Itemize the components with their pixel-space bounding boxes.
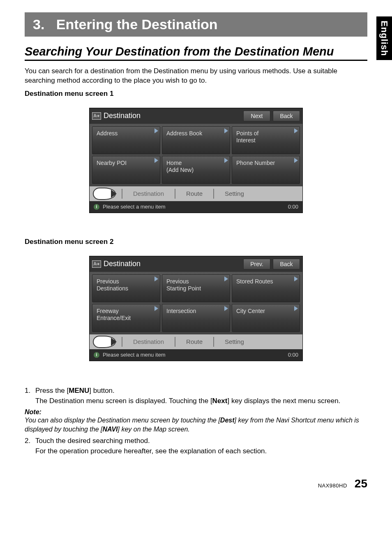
screen1-title: Destination [104,111,141,120]
divider [122,337,122,347]
screen2-title: Destination [104,260,141,268]
page-number: 25 [355,477,367,490]
chapter-number: 3. [33,16,44,32]
note-body: You can also display the Destination men… [25,416,367,434]
screen2-header: A➔ Destination Prev. Back [90,256,302,272]
navi-key-label: NAVI [102,426,118,433]
tab-setting[interactable]: Setting [217,190,251,197]
map-return-icon[interactable] [93,188,116,200]
instruction-step-1: 1. Press the [MENU] button. The Destinat… [25,386,367,406]
text: The Destination menu screen is displayed… [35,397,212,405]
screen1-header: A➔ Destination Next Back [90,108,302,124]
chapter-heading: 3. Entering the Destination [25,12,367,37]
note-heading: Note: [25,408,367,416]
map-return-icon[interactable] [93,336,116,348]
city-center-button[interactable]: City Center [232,304,300,332]
tab-route[interactable]: Route [179,338,210,345]
step-number: 1. [25,386,35,406]
screen1-caption: Destination menu screen 1 [25,90,367,98]
instruction-step-2: 2. Touch the desired searching method. F… [25,436,367,456]
phone-number-button[interactable]: Phone Number [232,156,300,184]
text: ] key on the Map screen. [118,426,190,433]
step-number: 2. [25,436,35,456]
previous-destinations-button[interactable]: Previous Destinations [92,274,160,302]
instruction-list-cont: 2. Touch the desired searching method. F… [25,436,367,456]
tab-setting[interactable]: Setting [217,338,251,345]
address-book-button[interactable]: Address Book [162,126,230,154]
freeway-entrance-exit-button[interactable]: Freeway Entrance/Exit [92,304,160,332]
dest-key-label: Dest [220,417,235,424]
status-text: Please select a menu item [103,204,165,210]
divider [213,189,214,199]
divider [175,189,175,199]
screen1-tab-row: Destination Route Setting [90,186,302,201]
text: ] key displays the next menu screen. [227,397,340,405]
text: ] button. [89,387,114,394]
status-time: 0:00 [288,204,298,210]
text: Touch the desired searching method. [35,437,150,445]
back-button[interactable]: Back [273,259,300,269]
page-footer: NAX980HD 25 [0,477,392,490]
status-text: Please select a menu item [103,352,165,358]
info-icon: i [94,204,99,210]
screen1-menu-grid: Address Address Book Points of Interest … [90,124,302,186]
prev-button[interactable]: Prev. [243,259,270,269]
tab-destination[interactable]: Destination [126,190,171,197]
nearby-poi-button[interactable]: Nearby POI [92,156,160,184]
divider [122,189,122,199]
section-rule [25,60,367,61]
destination-screen-1: A➔ Destination Next Back Address Address… [89,108,303,213]
intersection-button[interactable]: Intersection [162,304,230,332]
instruction-list: 1. Press the [MENU] button. The Destinat… [25,386,367,406]
model-label: NAX980HD [318,482,347,489]
text: For the operation procedure hereafter, s… [35,447,267,455]
next-button[interactable]: Next [243,111,270,121]
info-icon: i [94,352,99,358]
tab-route[interactable]: Route [179,190,210,197]
screen2-menu-grid: Previous Destinations Previous Starting … [90,272,302,334]
menu-key-label: MENU [69,387,89,394]
destination-screen-2: A➔ Destination Prev. Back Previous Desti… [89,256,303,361]
screen2-tab-row: Destination Route Setting [90,334,302,349]
intro-paragraph: You can search for a destination from th… [25,67,367,86]
screen2-status-bar: i Please select a menu item 0:00 [90,349,302,361]
status-time: 0:00 [288,352,298,358]
tab-destination[interactable]: Destination [126,338,171,345]
next-key-label: Next [212,397,228,405]
screen2-caption: Destination menu screen 2 [25,238,367,246]
destination-icon: A➔ [92,260,101,268]
destination-icon: A➔ [92,112,101,120]
home-button[interactable]: Home (Add New) [162,156,230,184]
divider [175,337,175,347]
section-title: Searching Your Destination from the Dest… [25,45,367,58]
poi-button[interactable]: Points of Interest [232,126,300,154]
language-tab: English [376,16,392,60]
address-button[interactable]: Address [92,126,160,154]
back-button[interactable]: Back [273,111,300,121]
previous-starting-point-button[interactable]: Previous Starting Point [162,274,230,302]
chapter-title: Entering the Destination [56,16,218,32]
text: You can also display the Destination men… [25,417,220,424]
text: Press the [ [35,387,69,394]
divider [213,337,214,347]
stored-routes-button[interactable]: Stored Routes [232,274,300,302]
screen1-status-bar: i Please select a menu item 0:00 [90,201,302,213]
